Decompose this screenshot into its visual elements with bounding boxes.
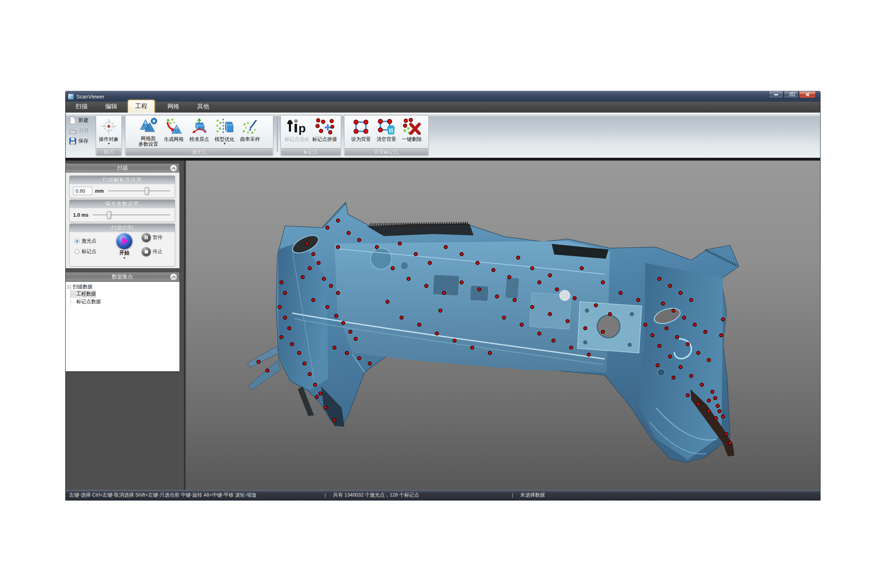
marker-point[interactable] <box>291 343 294 346</box>
restore-button[interactable] <box>784 92 799 98</box>
marker-point[interactable] <box>662 302 665 305</box>
marker-point[interactable] <box>284 316 287 320</box>
marker-point[interactable] <box>686 343 689 346</box>
marker-point[interactable] <box>672 309 675 312</box>
marker-point[interactable] <box>358 357 361 360</box>
marker-point[interactable] <box>471 346 474 350</box>
scan-panel-header[interactable]: 扫描 <box>66 164 179 172</box>
marker-point[interactable] <box>716 405 719 408</box>
set-background-button[interactable]: 设为背景 <box>349 117 373 147</box>
marker-point[interactable] <box>460 253 463 256</box>
marker-point[interactable] <box>308 373 311 376</box>
marker-point[interactable] <box>414 253 417 256</box>
delete-all-button[interactable]: 一键删除 <box>399 117 424 147</box>
operation-object-button[interactable]: 操作对象 ▼ <box>96 117 121 147</box>
marker-point[interactable] <box>714 397 717 400</box>
marker-point[interactable] <box>707 410 711 413</box>
tab-project[interactable]: 工程 <box>128 100 155 112</box>
marker-point[interactable] <box>584 327 587 330</box>
marker-point[interactable] <box>280 336 283 339</box>
marker-point[interactable] <box>602 330 605 333</box>
minimize-button[interactable] <box>769 92 784 98</box>
marker-point[interactable] <box>508 276 511 279</box>
pause-button[interactable]: 暂停 <box>141 233 162 242</box>
data-panel-header[interactable]: 数据集合 <box>66 272 179 281</box>
marker-point[interactable] <box>697 351 700 355</box>
marker-point[interactable] <box>538 332 541 335</box>
marker-point[interactable] <box>658 345 661 348</box>
marker-point[interactable] <box>315 396 319 399</box>
marker-point[interactable] <box>453 339 456 342</box>
marker-point[interactable] <box>312 298 315 302</box>
marker-point[interactable] <box>342 321 345 325</box>
marker-point[interactable] <box>358 238 361 242</box>
clear-background-button[interactable]: 清空背景 <box>374 117 399 147</box>
marker-point[interactable] <box>513 298 516 302</box>
marker-point[interactable] <box>319 392 322 395</box>
mesh-params-button[interactable]: 网格面 参数设置 <box>136 117 161 147</box>
marker-point[interactable] <box>345 351 349 355</box>
tab-other[interactable]: 其他 <box>192 101 214 112</box>
marker-point[interactable] <box>549 313 552 316</box>
tab-scan[interactable]: 扫描 <box>71 101 93 112</box>
marker-point[interactable] <box>476 261 479 265</box>
marker-point[interactable] <box>435 332 439 335</box>
marker-point[interactable] <box>549 274 552 277</box>
marker-point[interactable] <box>722 318 725 321</box>
marker-point[interactable] <box>257 360 260 363</box>
exposure-slider[interactable] <box>93 211 171 219</box>
marker-point[interactable] <box>375 246 379 249</box>
laser-point-radio[interactable]: 激光点 <box>75 238 96 244</box>
marker-point[interactable] <box>725 433 728 436</box>
collapse-scan-panel-button[interactable] <box>170 165 177 171</box>
slider-handle[interactable] <box>107 211 111 219</box>
marker-point[interactable] <box>609 313 612 316</box>
marker-point[interactable] <box>729 441 732 445</box>
start-button[interactable]: 开始 ▼ <box>112 233 137 260</box>
marker-point[interactable] <box>305 242 309 245</box>
marker-point[interactable] <box>280 281 283 284</box>
marker-point[interactable] <box>369 362 372 365</box>
close-button[interactable] <box>799 92 816 98</box>
marker-point[interactable] <box>566 320 569 323</box>
marker-point[interactable] <box>693 323 696 327</box>
resolution-input[interactable] <box>73 187 92 195</box>
marker-point[interactable] <box>619 291 622 295</box>
marker-point[interactable] <box>651 334 654 337</box>
marker-point[interactable] <box>337 291 340 295</box>
curvature-sample-button[interactable]: 曲率采样 <box>238 117 262 147</box>
marker-point[interactable] <box>658 278 661 280</box>
marker-point[interactable] <box>707 399 711 402</box>
marker-point[interactable] <box>669 285 672 288</box>
marker-point[interactable] <box>266 369 269 372</box>
marker-point[interactable] <box>686 394 689 397</box>
marker-point[interactable] <box>556 288 559 291</box>
marker-point[interactable] <box>720 334 723 337</box>
marker-point[interactable] <box>669 355 672 358</box>
tab-edit[interactable]: 编辑 <box>100 101 122 112</box>
marker-point[interactable] <box>284 291 287 295</box>
marker-point[interactable] <box>707 358 711 362</box>
marker-point[interactable] <box>324 406 327 410</box>
marker-point[interactable] <box>718 410 721 413</box>
marker-point[interactable] <box>517 256 520 260</box>
marker-point[interactable] <box>288 327 291 330</box>
marker-point[interactable] <box>298 351 301 355</box>
new-button[interactable]: 新建 <box>69 116 93 125</box>
marker-point[interactable] <box>400 316 403 320</box>
tree-item-project-data[interactable]: 工程数据 <box>71 290 96 298</box>
tree-item-marker-data[interactable]: 标记点数据 <box>71 298 101 306</box>
marker-point[interactable] <box>683 316 686 320</box>
marker-point[interactable] <box>531 306 534 309</box>
marker-point[interactable] <box>679 291 682 295</box>
marker-point[interactable] <box>399 242 402 245</box>
marker-point[interactable] <box>722 415 725 418</box>
marker-point[interactable] <box>337 246 340 249</box>
marker-point[interactable] <box>570 346 573 350</box>
marker-point[interactable] <box>303 362 306 365</box>
marker-point[interactable] <box>690 375 693 378</box>
marker-point[interactable] <box>602 281 605 284</box>
resolution-slider[interactable] <box>108 187 171 195</box>
marker-point[interactable] <box>531 267 534 270</box>
marker-point[interactable] <box>489 351 492 355</box>
